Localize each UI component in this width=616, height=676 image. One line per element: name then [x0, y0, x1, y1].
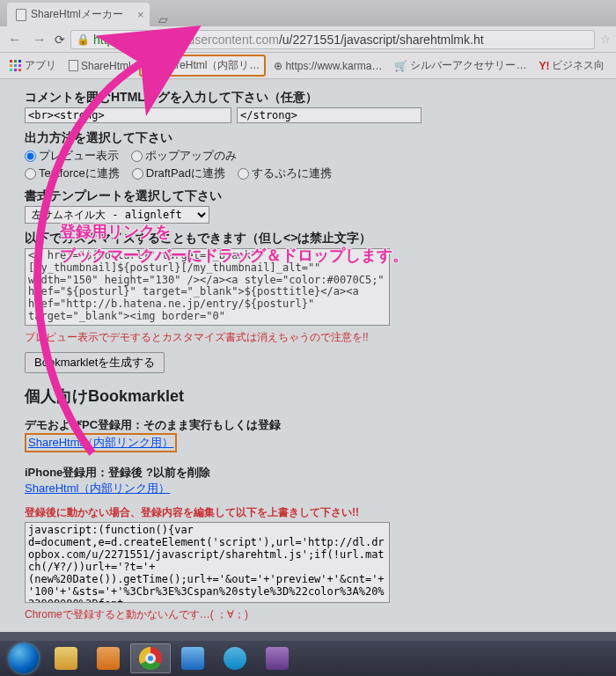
- page-icon: [145, 60, 155, 71]
- taskbar-app[interactable]: [257, 643, 297, 673]
- chrome-icon: [139, 647, 162, 670]
- bookmark-item[interactable]: Y!ビジネス向: [534, 56, 609, 75]
- close-icon[interactable]: ×: [137, 8, 144, 21]
- warning-text: Chromeで登録すると動かないんです…( ；∀；): [25, 607, 591, 622]
- browser-tab[interactable]: ShareHtmlメーカー ×: [7, 3, 150, 26]
- bookmark-item[interactable]: 🛒シルバーアクセサリー…: [390, 56, 531, 75]
- bookmark-item[interactable]: ShareHtml: [64, 58, 136, 74]
- register-code-textarea[interactable]: javascript:(function(){var d=document,e=…: [25, 522, 390, 603]
- bookmarklet-heading: 個人向けBookmarklet: [25, 386, 591, 407]
- forward-button: →: [30, 32, 49, 48]
- lock-icon: 🔒: [77, 33, 90, 46]
- url-input[interactable]: 🔒 https://dl.dropboxusercontent.com/u/22…: [70, 30, 595, 49]
- tab-bar: ShareHtmlメーカー × ▱: [0, 0, 616, 26]
- annotation-text: 登録用リンクを ブックマークバーにドラッグ＆ドロップします。: [60, 220, 408, 268]
- bookmarklet-link-iphone[interactable]: ShareHtml（内部リンク用）: [25, 481, 170, 495]
- output-radio-group: プレビュー表示 ポップアップのみ: [25, 148, 591, 164]
- windows-icon: [9, 643, 39, 673]
- taskbar-skype[interactable]: [215, 643, 255, 673]
- generate-button[interactable]: Bookmarkletを生成する: [25, 352, 165, 373]
- player-icon: [97, 647, 120, 670]
- bookmark-item-highlighted[interactable]: ShareHtml（内部リ…: [139, 55, 267, 77]
- yahoo-icon: Y!: [539, 60, 549, 72]
- section-output-heading: 出力方法を選択して下さい: [25, 130, 591, 146]
- bookmark-bar: アプリ ShareHtml ShareHtml（内部リ… ⊕https://ww…: [0, 53, 616, 79]
- output-opt[interactable]: ポップアップのみ: [131, 148, 237, 164]
- page-icon: [16, 9, 26, 21]
- star-icon[interactable]: ☆: [600, 33, 611, 46]
- new-tab-button[interactable]: ▱: [150, 12, 177, 26]
- page-content: コメントを囲むHTMLタグを入力して下さい（任意） 出力方法を選択して下さい プ…: [0, 79, 616, 632]
- url-path: /u/2271551/javascript/sharehtmlmk.ht: [279, 33, 484, 47]
- shop-icon: 🛒: [394, 60, 407, 72]
- url-scheme: https: [93, 33, 120, 47]
- taskbar-chrome[interactable]: [130, 643, 171, 673]
- tab-title: ShareHtmlメーカー: [31, 7, 123, 22]
- apps-icon: [10, 60, 22, 72]
- apps-label: アプリ: [25, 58, 56, 73]
- taskbar-ie[interactable]: [172, 643, 213, 673]
- folder-icon: [55, 647, 77, 670]
- skype-icon: [224, 647, 246, 670]
- url-host: ://dl.dropboxusercontent.com: [120, 33, 279, 47]
- section-template-heading: 書式テンプレートを選択して下さい: [25, 188, 591, 204]
- back-button[interactable]: ←: [5, 32, 25, 48]
- apps-button[interactable]: アプリ: [5, 56, 61, 75]
- page-icon: [69, 60, 78, 71]
- address-bar: ← → ⟳ 🔒 https://dl.dropboxusercontent.co…: [0, 26, 616, 53]
- bookmark-item[interactable]: ⊕https://www.karma…: [269, 58, 386, 74]
- taskbar: [0, 641, 616, 676]
- reload-button[interactable]: ⟳: [55, 33, 65, 47]
- section-wrap-heading: コメントを囲むHTMLタグを入力して下さい（任意）: [25, 90, 591, 106]
- output-opt[interactable]: するぷろに連携: [238, 165, 332, 181]
- wrap-suffix-input[interactable]: [237, 107, 422, 123]
- karma-icon: ⊕: [274, 60, 282, 72]
- output-radio-group2: Textforceに連携 DraftPadに連携 するぷろに連携: [25, 165, 591, 181]
- bookmarklet-link-pc[interactable]: ShareHtml（内部リンク用）: [28, 436, 173, 449]
- ie-icon: [181, 647, 204, 670]
- pc-register-label: デモおよびPC登録用：そのまま実行もしくは登録: [25, 417, 591, 433]
- start-button[interactable]: [4, 643, 44, 673]
- wrap-prefix-input[interactable]: [25, 107, 231, 123]
- taskbar-player[interactable]: [88, 643, 128, 673]
- output-opt[interactable]: プレビュー表示: [25, 148, 119, 164]
- warning-text: プレビュー表示でデモするとカスタマイズ書式は消えちゃうので注意を!!: [25, 330, 591, 345]
- iphone-register-label: iPhone登録用：登録後 ?以前を削除: [25, 465, 591, 481]
- output-opt[interactable]: DraftPadに連携: [132, 165, 225, 181]
- app-icon: [266, 647, 289, 670]
- warning-text: 登録後に動かない場合、登録内容を編集して以下を上書きして下さい!!: [25, 505, 591, 520]
- taskbar-explorer[interactable]: [46, 643, 86, 673]
- output-opt[interactable]: Textforceに連携: [25, 165, 120, 181]
